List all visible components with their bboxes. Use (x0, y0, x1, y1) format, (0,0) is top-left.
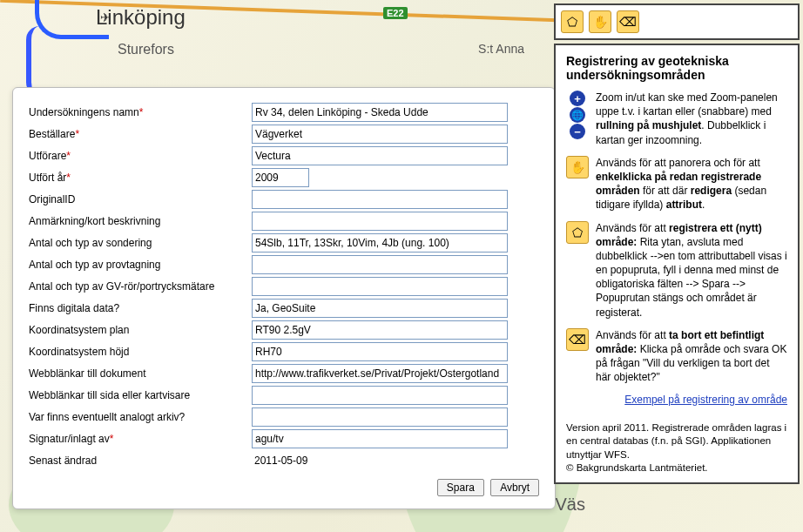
footer-text: Version april 2011. Registrerade områden… (554, 414, 800, 484)
zoom-in-icon: + (570, 91, 585, 106)
field-input-link_doc[interactable] (252, 364, 508, 383)
map-label-sturefors: Sturefors (118, 42, 174, 57)
map-toolbar: ⬠ ✋ ⌫ (554, 3, 800, 40)
map-label-stanna: S:t Anna (478, 42, 524, 56)
field-label-name: Undersökningens namn* (29, 106, 252, 118)
tool-draw-polygon[interactable]: ⬠ (561, 10, 584, 33)
field-label-sond: Antal och typ av sondering (29, 237, 252, 249)
field-input-digital[interactable] (252, 299, 508, 318)
field-label-year: Utfört år* (29, 172, 252, 184)
field-input-sond[interactable] (252, 233, 508, 253)
field-label-performer: Utförare* (29, 150, 252, 162)
field-label-coord_plan: Koordinatsystem plan (29, 324, 252, 336)
help-erase-text: Används för att ta bort ett befintligt o… (596, 328, 787, 385)
field-label-origid: OriginalID (29, 193, 252, 205)
field-label-client: Beställare* (29, 128, 252, 140)
zoom-control-icon: + 🌐 − (566, 91, 589, 147)
tool-erase[interactable]: ⌫ (617, 10, 639, 33)
field-input-link_map[interactable] (252, 386, 508, 405)
field-label-link_doc: Webblänkar till dokument (29, 367, 252, 380)
attribute-popup: Undersökningens namn*Beställare*Utförare… (12, 87, 556, 509)
field-label-note: Anmärkning/kort beskrivning (29, 215, 252, 227)
map-route-highlight (26, 26, 53, 96)
field-input-origid[interactable] (252, 190, 508, 209)
field-input-year[interactable] (252, 168, 309, 187)
field-label-link_map: Webblänkar till sida eller kartvisare (29, 389, 252, 401)
field-label-gv: Antal och typ av GV-rör/portrycksmätare (29, 280, 252, 293)
field-input-prov[interactable] (252, 255, 508, 274)
field-label-coord_h: Koordinatsystem höjd (29, 346, 252, 358)
example-link[interactable]: Exempel på registrering av område (624, 394, 787, 406)
polygon-icon: ⬠ (566, 221, 589, 244)
field-label-sign: Signatur/inlagt av* (29, 433, 252, 445)
field-input-coord_h[interactable] (252, 342, 508, 361)
save-button[interactable]: Spara (437, 479, 484, 496)
globe-icon: 🌐 (570, 107, 585, 123)
zoom-out-icon: − (570, 124, 585, 139)
field-label-analog: Var finns eventuellt analogt arkiv? (29, 411, 252, 423)
field-input-performer[interactable] (252, 146, 508, 165)
road-badge-e22: E22 (383, 7, 408, 19)
help-zoom-text: Zoom in/ut kan ske med Zoom-panelen uppe… (596, 91, 787, 147)
tool-pan[interactable]: ✋ (589, 10, 611, 33)
map-label-vas: Väs (556, 495, 585, 515)
field-input-coord_plan[interactable] (252, 320, 508, 340)
cancel-button[interactable]: Avbryt (490, 479, 539, 496)
field-input-note[interactable] (252, 212, 508, 231)
help-pan-text: Används för att panorera och för att enk… (596, 156, 787, 212)
last-changed-label: Senast ändrad (29, 455, 252, 467)
erase-icon: ⌫ (566, 328, 589, 351)
hand-icon: ✋ (566, 156, 589, 178)
field-input-sign[interactable] (252, 429, 508, 448)
field-input-gv[interactable] (252, 277, 508, 296)
field-label-digital: Finns digitala data? (29, 302, 252, 314)
last-changed-value: 2011-05-09 (252, 453, 310, 468)
field-input-client[interactable] (252, 125, 508, 144)
map-label-linkoping: Linköping (96, 5, 186, 30)
field-input-analog[interactable] (252, 407, 508, 427)
field-input-name[interactable] (252, 103, 508, 122)
help-panel: Registrering av geotekniska undersökning… (554, 44, 800, 416)
help-title: Registrering av geotekniska undersökning… (566, 54, 787, 82)
field-label-prov: Antal och typ av provtagning (29, 259, 252, 271)
help-draw-text: Används för att registrera ett (nytt) om… (596, 221, 787, 320)
